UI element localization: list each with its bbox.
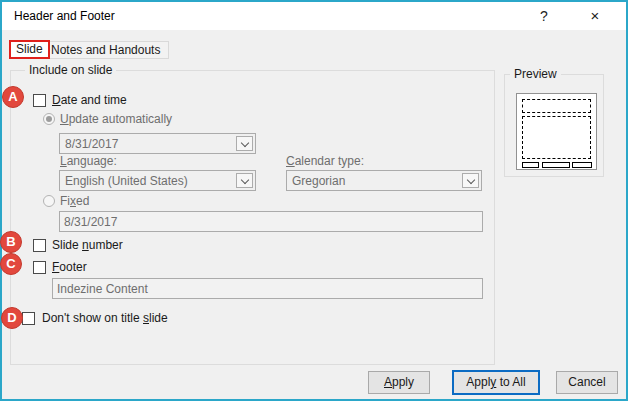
language-dropdown-button	[236, 173, 253, 188]
fixed-label: Fixed	[60, 194, 89, 208]
date-time-label: Date and time	[52, 93, 127, 107]
header-and-footer-dialog: Header and Footer ? × Slide Notes and Ha…	[0, 0, 628, 401]
apply-button[interactable]: Apply	[368, 371, 430, 394]
annotation-c: C	[0, 253, 22, 275]
include-on-slide-group-label: Include on slide	[25, 63, 116, 77]
calendar-type-value: Gregorian	[292, 174, 345, 188]
slide-number-checkbox[interactable]	[33, 239, 46, 252]
annotation-a: A	[2, 86, 24, 108]
help-icon: ?	[540, 8, 548, 24]
slide-number-label: Slide number	[52, 238, 123, 252]
close-icon: ×	[591, 7, 600, 24]
update-automatically-radio	[43, 113, 55, 125]
preview-footer-placeholder	[542, 162, 570, 168]
date-format-dropdown-button	[236, 136, 253, 151]
footer-checkbox[interactable]	[33, 261, 46, 274]
fixed-radio	[43, 195, 55, 207]
tab-slide[interactable]: Slide	[9, 40, 50, 59]
date-format-value: 8/31/2017	[65, 137, 118, 151]
chevron-down-icon	[240, 138, 248, 146]
help-button[interactable]: ?	[525, 2, 563, 30]
calendar-type-label: Calendar type:	[286, 154, 364, 168]
dont-show-on-title-slide-label: Don't show on title slide	[42, 311, 168, 325]
update-automatically-label: Update automatically	[60, 112, 172, 126]
date-format-combo: 8/31/2017	[59, 133, 256, 154]
calendar-dropdown-button	[462, 173, 479, 188]
preview-number-placeholder	[572, 162, 592, 168]
footer-label: Footer	[52, 260, 87, 274]
window-title: Header and Footer	[14, 2, 115, 30]
apply-to-all-button[interactable]: Apply to All	[452, 370, 540, 395]
language-combo: English (United States)	[59, 170, 256, 191]
annotation-d: D	[1, 307, 23, 329]
fixed-date-input	[59, 211, 483, 232]
preview-thumbnail	[516, 93, 597, 170]
preview-body-placeholder	[522, 116, 591, 159]
annotation-b: B	[0, 231, 22, 253]
preview-title-placeholder	[522, 99, 591, 113]
language-label: Language:	[60, 154, 117, 168]
date-time-checkbox[interactable]	[33, 94, 46, 107]
chevron-down-icon	[466, 175, 474, 183]
cancel-button[interactable]: Cancel	[556, 371, 618, 394]
tab-notes-and-handouts[interactable]: Notes and Handouts	[42, 41, 169, 59]
preview-date-placeholder	[522, 162, 539, 168]
preview-group-label: Preview	[510, 67, 561, 81]
language-value: English (United States)	[65, 174, 188, 188]
calendar-type-combo: Gregorian	[286, 170, 482, 191]
footer-input	[52, 278, 483, 299]
close-button[interactable]: ×	[576, 2, 614, 30]
dont-show-on-title-slide-checkbox[interactable]	[22, 312, 35, 325]
chevron-down-icon	[240, 175, 248, 183]
